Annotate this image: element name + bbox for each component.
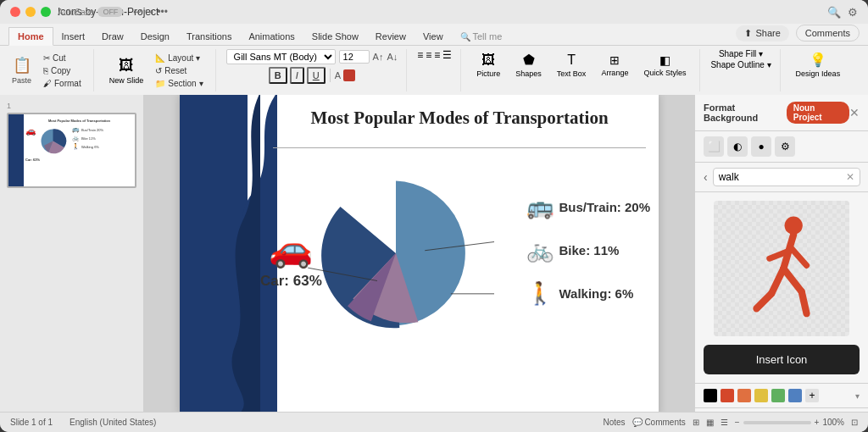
share-button[interactable]: ⬆ Share — [736, 25, 788, 42]
tab-insert[interactable]: Insert — [53, 28, 94, 45]
color-swatch-orange[interactable] — [737, 389, 751, 402]
italic-button[interactable]: I — [290, 67, 304, 84]
tab-slideshow[interactable]: Slide Show — [303, 28, 367, 45]
align-right-icon[interactable]: ≡ — [434, 49, 440, 61]
font-size-increase-icon[interactable]: A↑ — [373, 52, 384, 62]
sidebar-header: Format Background Noun Project ✕ — [695, 95, 868, 131]
canvas-area[interactable]: Most Popular Modes of Transportation 🚗 C… — [144, 95, 694, 412]
slide-thumbnail[interactable]: Most Popular Modes of Transportation 🚗 — [7, 113, 136, 188]
color-add-button[interactable]: + — [805, 389, 819, 402]
font-size-decrease-icon[interactable]: A↓ — [387, 52, 398, 62]
zoom-out-button[interactable]: − — [735, 418, 740, 427]
bullet-icon[interactable]: ☰ — [442, 49, 452, 61]
color-dropdown-icon[interactable]: ▾ — [855, 391, 860, 401]
view-slide-icon[interactable]: ▦ — [706, 418, 714, 427]
color-swatch-green[interactable] — [771, 389, 785, 402]
notes-button[interactable]: Notes — [603, 418, 625, 427]
textbox-button[interactable]: T Text Box — [552, 50, 592, 80]
font-row2: B I U A — [269, 67, 355, 84]
tab-animations[interactable]: Animations — [240, 28, 303, 45]
design-ideas-icon: 💡 — [810, 52, 826, 68]
undo-icon[interactable]: ↩ — [133, 6, 142, 18]
tab-design[interactable]: Design — [132, 28, 178, 45]
tab-transitions[interactable]: Transitions — [178, 28, 240, 45]
slide-thumb-image: Most Popular Modes of Transportation 🚗 — [8, 114, 135, 186]
insert-icon-button[interactable]: Insert Icon — [704, 345, 860, 374]
paste-button[interactable]: 📋 Paste — [7, 53, 36, 87]
search-clear-button[interactable]: ✕ — [846, 171, 854, 183]
search-icon[interactable]: 🔍 — [827, 6, 841, 19]
view-normal-icon[interactable]: ⊞ — [693, 418, 699, 427]
walk-legend-item: 🚶 Walking: 6% — [526, 280, 650, 307]
color-swatch-red[interactable] — [721, 389, 734, 402]
bike-label: Bike: 11% — [559, 243, 619, 258]
tab-tellme[interactable]: 🔍 Tell me — [452, 28, 511, 45]
tab-review[interactable]: Review — [367, 28, 415, 45]
view-outline-icon[interactable]: ☰ — [721, 418, 728, 427]
zoom-level: 100% — [822, 418, 844, 427]
status-bar: Slide 1 of 1 English (United States) Not… — [0, 412, 868, 432]
comments-button[interactable]: Comments — [796, 25, 860, 42]
main-area: 1 Most Popular Modes of Transportation 🚗 — [0, 95, 868, 412]
copy-button[interactable]: ⎘ Copy — [40, 65, 85, 76]
share-icon[interactable]: ⚙ — [848, 6, 858, 19]
autosave-toggle[interactable]: OFF — [97, 7, 123, 17]
picture-button[interactable]: 🖼 Picture — [471, 50, 505, 80]
search-back-button[interactable]: ‹ — [704, 170, 708, 184]
minimize-button[interactable] — [25, 7, 36, 17]
comments-status-button[interactable]: 💬 Comments — [632, 418, 686, 427]
fit-window-icon[interactable]: ⊡ — [851, 418, 858, 427]
shape-items: Shape Fill ▾ — [719, 49, 763, 58]
shape-fill-label: Shape Fill ▾ — [719, 49, 763, 58]
sidebar-toolbar: ⬜ ◐ ● ⚙ — [695, 131, 868, 163]
format-button[interactable]: 🖌 Format — [40, 78, 85, 89]
close-button[interactable] — [10, 7, 20, 17]
tab-draw[interactable]: Draw — [93, 28, 132, 45]
color-swatch-yellow[interactable] — [754, 389, 768, 402]
tab-view[interactable]: View — [415, 28, 452, 45]
bold-button[interactable]: B — [269, 67, 287, 84]
color-swatch-blue[interactable] — [788, 389, 802, 402]
sidebar-title: Format Background — [704, 102, 787, 123]
text-color-swatch[interactable] — [343, 69, 355, 81]
design-ideas-button[interactable]: 💡 Design Ideas — [791, 49, 846, 80]
sidebar-tool-4[interactable]: ⚙ — [775, 136, 795, 157]
reset-button[interactable]: ↺ Reset — [152, 65, 206, 76]
underline-button[interactable]: U — [307, 67, 326, 84]
align-center-icon[interactable]: ≡ — [426, 49, 431, 61]
slide-canvas: Most Popular Modes of Transportation 🚗 C… — [180, 95, 659, 412]
font-row1: Gill Sans MT (Body) A↑ A↓ — [226, 49, 398, 64]
sidebar-close-button[interactable]: ✕ — [849, 106, 860, 119]
text-color-icon[interactable]: A — [335, 70, 341, 80]
svg-line-8 — [771, 269, 783, 294]
color-bar: + ▾ — [695, 383, 868, 407]
search-input[interactable] — [719, 171, 846, 183]
redo-icon[interactable]: ↪ — [145, 6, 153, 18]
search-input-wrap: ✕ — [713, 168, 860, 186]
title-bar: AutoSave OFF ↩ ↪ ••• Icons-by-Noun-Proje… — [0, 0, 868, 24]
arrange-button[interactable]: ⊞ Arrange — [596, 51, 633, 80]
paragraph-group: ≡ ≡ ≡ ☰ — [417, 49, 461, 91]
color-swatch-black[interactable] — [704, 389, 717, 402]
zoom-slider[interactable] — [743, 421, 811, 424]
maximize-button[interactable] — [41, 7, 51, 17]
font-family-select[interactable]: Gill Sans MT (Body) — [226, 49, 336, 64]
section-button[interactable]: 📁 Section ▾ — [152, 78, 206, 89]
layout-button[interactable]: 📐 Layout ▾ — [152, 53, 206, 64]
cut-button[interactable]: ✂ Cut — [40, 53, 85, 64]
shapes-button[interactable]: ⬟ Shapes — [510, 49, 547, 80]
new-slide-button[interactable]: 🖼 New Slide — [104, 54, 149, 87]
design-ideas-label: Design Ideas — [796, 69, 841, 78]
slide-divider — [273, 147, 646, 148]
align-left-icon[interactable]: ≡ — [417, 49, 423, 61]
shape-group: Shape Fill ▾ Shape Outline ▾ — [710, 49, 780, 91]
font-size-input[interactable] — [339, 50, 370, 64]
sidebar-tool-2[interactable]: ◐ — [727, 136, 748, 157]
tab-home[interactable]: Home — [8, 27, 53, 46]
quick-styles-button[interactable]: ◧ Quick Styles — [638, 51, 691, 80]
sidebar-tab[interactable]: Noun Project — [787, 102, 849, 124]
sidebar-tool-3[interactable]: ● — [751, 136, 771, 157]
sidebar-tool-1[interactable]: ⬜ — [704, 136, 724, 157]
more-icon[interactable]: ••• — [157, 6, 168, 18]
zoom-in-button[interactable]: + — [815, 418, 820, 427]
